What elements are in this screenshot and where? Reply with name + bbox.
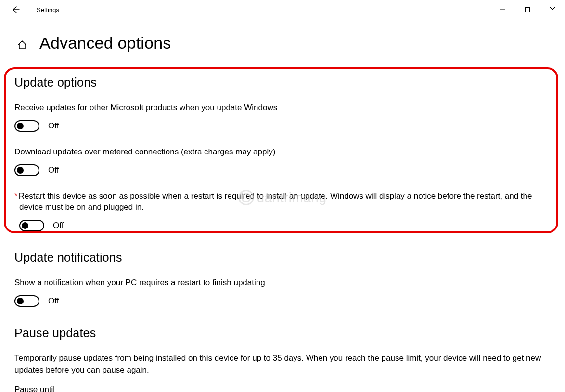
close-button[interactable] — [540, 0, 565, 19]
page-content: Update options Receive updates for other… — [0, 52, 565, 392]
option-label: *Restart this device as soon as possible… — [14, 190, 551, 214]
app-title: Settings — [37, 6, 59, 13]
option-label: Receive updates for other Microsoft prod… — [14, 102, 551, 114]
home-button[interactable] — [15, 38, 29, 51]
section-heading: Update options — [14, 76, 551, 89]
toggle-metered[interactable] — [14, 164, 39, 176]
section-update-options: Update options Receive updates for other… — [14, 76, 551, 231]
toggle-show-notification[interactable] — [14, 295, 39, 307]
page-title: Advanced options — [39, 34, 171, 52]
titlebar: Settings — [0, 0, 565, 19]
toggle-knob — [22, 222, 28, 229]
window-controls — [490, 0, 565, 19]
option-show-notification: Show a notification when your PC require… — [14, 277, 551, 307]
svg-rect-1 — [526, 8, 530, 12]
toggle-restart[interactable] — [19, 220, 44, 231]
section-pause-updates: Pause updates Temporarily pause updates … — [14, 326, 551, 392]
option-label: Show a notification when your PC require… — [14, 277, 551, 289]
back-button[interactable] — [11, 5, 20, 14]
toggle-state-label: Off — [53, 221, 64, 230]
toggle-receive-products[interactable] — [14, 120, 39, 132]
option-label-text: Restart this device as soon as possible … — [19, 191, 532, 212]
option-metered: Download updates over metered connection… — [14, 146, 551, 176]
toggle-state-label: Off — [48, 121, 59, 131]
option-label: Download updates over metered connection… — [14, 146, 551, 158]
section-update-notifications: Update notifications Show a notification… — [14, 251, 551, 307]
section-heading: Update notifications — [14, 251, 551, 265]
option-receive-products: Receive updates for other Microsoft prod… — [14, 102, 551, 132]
maximize-button[interactable] — [515, 0, 540, 19]
toggle-knob — [17, 167, 24, 174]
toggle-knob — [17, 298, 24, 304]
pause-description: Temporarily pause updates from being ins… — [14, 353, 551, 376]
section-heading: Pause updates — [14, 326, 551, 340]
toggle-knob — [17, 123, 24, 129]
required-asterisk: * — [14, 191, 18, 201]
minimize-button[interactable] — [490, 0, 515, 19]
page-header: Advanced options — [0, 19, 565, 52]
option-restart: *Restart this device as soon as possible… — [14, 190, 551, 232]
toggle-state-label: Off — [48, 296, 59, 306]
toggle-state-label: Off — [48, 165, 59, 175]
pause-until-label: Pause until — [14, 385, 551, 392]
